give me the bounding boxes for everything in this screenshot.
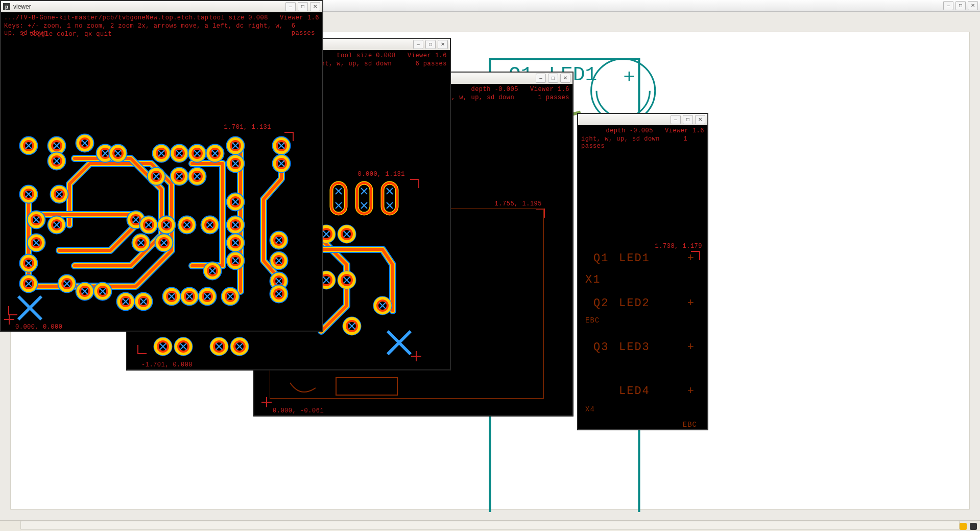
maximize-button[interactable]: □ xyxy=(955,1,966,10)
viewer4-maximize-button[interactable]: □ xyxy=(683,115,693,124)
status-info-icon xyxy=(970,523,977,530)
silk-plus-4: + xyxy=(687,385,695,398)
viewer1-coord-top: 1.701, 1.131 xyxy=(224,124,271,131)
viewer1-tool: tool size 0.008 xyxy=(209,14,268,21)
viewer1-minimize-button[interactable]: – xyxy=(285,2,296,11)
viewer4-depth: depth -0.005 xyxy=(606,127,653,134)
silk-led1: LED1 xyxy=(619,252,650,265)
status-icons xyxy=(960,523,977,530)
status-indicator-icon xyxy=(960,523,967,530)
host-statusbar xyxy=(0,520,980,531)
silk-plus-3: + xyxy=(687,341,695,354)
silk-x4: X4 xyxy=(585,405,595,413)
viewer4-titlebar[interactable]: – □ ✕ xyxy=(578,114,707,126)
viewer1-passes: 6 passes xyxy=(292,22,319,37)
viewer3-maximize-button[interactable]: □ xyxy=(548,74,558,83)
viewer-window-4[interactable]: – □ ✕ depth -0.005 Viewer 1.6 ight, w, u… xyxy=(578,113,708,430)
viewer2-coord-origin: -1.701, 0.000 xyxy=(141,361,193,368)
silk-x1: X1 xyxy=(585,273,601,286)
pygame-icon: p xyxy=(3,3,10,10)
svg-text:+: + xyxy=(623,66,635,89)
viewer4-version: Viewer 1.6 xyxy=(665,127,704,134)
viewer3-version: Viewer 1.6 xyxy=(530,86,569,93)
viewer1-file: .../TV-B-Gone-kit-master/pcb/tvbgoneNew.… xyxy=(4,14,208,21)
viewer-window-1[interactable]: p viewer – □ ✕ .../TV-B-Gone-kit-master/… xyxy=(1,1,323,331)
viewer2-minimize-button[interactable]: – xyxy=(413,40,423,49)
horizontal-scrollbar[interactable] xyxy=(20,521,960,530)
silk-led4: LED4 xyxy=(619,385,650,398)
viewer4-coord-top: 1.738, 1.179 xyxy=(655,243,702,250)
silk-q3: Q3 xyxy=(593,341,609,354)
viewer4-close-button[interactable]: ✕ xyxy=(695,115,705,124)
viewer2-close-button[interactable]: ✕ xyxy=(438,40,448,49)
viewer2-bracket-bl xyxy=(137,345,147,354)
viewer1-pcb-render: [ [40,25],[95,25],[95,55],[150,20],[190,… xyxy=(8,133,315,322)
silk-plus-1: + xyxy=(687,252,695,265)
silk-ebc-1: EBC xyxy=(585,316,600,325)
silk-led3: LED3 xyxy=(619,341,650,354)
viewer3-minimize-button[interactable]: – xyxy=(536,74,546,83)
silk-q2: Q2 xyxy=(593,297,609,310)
viewer3-coord-top: 1.755, 1.195 xyxy=(495,200,542,207)
viewer1-title: viewer xyxy=(13,3,31,10)
viewer1-maximize-button[interactable]: □ xyxy=(298,2,308,11)
close-button[interactable]: ✕ xyxy=(968,1,978,10)
silk-q1: Q1 xyxy=(593,252,609,265)
silk-ebc-2: EBC xyxy=(614,421,697,429)
viewer3-origin-cross-icon xyxy=(261,397,272,407)
viewer2-origin-cross-icon xyxy=(411,351,421,361)
viewer1-coord-origin: 0.000, 0.000 xyxy=(15,324,62,331)
viewer2-maximize-button[interactable]: □ xyxy=(425,40,436,49)
viewer1-version: Viewer 1.6 xyxy=(280,14,319,21)
viewer1-titlebar[interactable]: p viewer – □ ✕ xyxy=(1,1,322,13)
minimize-icon: – xyxy=(947,3,950,8)
viewer3-close-button[interactable]: ✕ xyxy=(560,74,570,83)
viewer2-keys-tail: ight, w, up, sd down xyxy=(313,60,392,67)
viewer2-coord-top: 0.000, 1.131 xyxy=(358,171,405,178)
close-icon: ✕ xyxy=(971,3,975,8)
viewer2-version: Viewer 1.6 xyxy=(408,52,447,59)
viewer4-keys-tail: ight, w, up, sd down xyxy=(581,135,660,143)
minimize-button[interactable]: – xyxy=(943,1,953,10)
maximize-icon: □ xyxy=(959,3,962,8)
silk-led2: LED2 xyxy=(619,297,650,310)
viewer3-silk-partial xyxy=(270,373,423,403)
viewer3-passes: 1 passes xyxy=(538,94,569,101)
viewer4-canvas[interactable]: depth -0.005 Viewer 1.6 ight, w, up, sd … xyxy=(578,125,707,429)
viewer3-coord-origin: 0.000, -0.061 xyxy=(273,407,324,414)
viewer1-origin-cross-icon xyxy=(4,314,14,325)
viewer4-minimize-button[interactable]: – xyxy=(671,115,681,124)
viewer3-depth: depth -0.005 xyxy=(471,86,518,93)
viewer2-tool: tool size 0.008 xyxy=(337,52,396,59)
viewer1-close-button[interactable]: ✕ xyxy=(310,2,320,11)
silk-plus-2: + xyxy=(687,297,695,310)
viewer2-passes: 6 passes xyxy=(415,60,447,67)
svg-rect-2 xyxy=(336,378,397,395)
viewer1-canvas[interactable]: .../TV-B-Gone-kit-master/pcb/tvbgoneNew.… xyxy=(1,12,322,331)
viewer1-toggle: c toggle color, qx quit xyxy=(21,31,112,38)
